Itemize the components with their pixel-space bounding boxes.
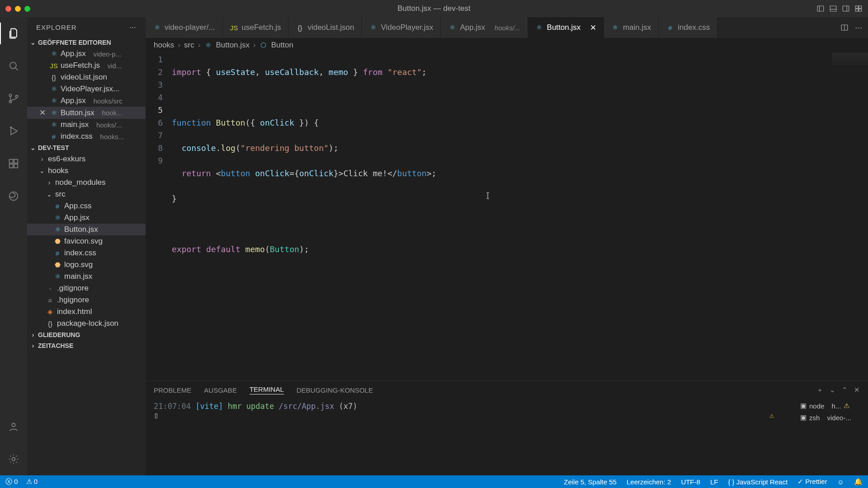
layout-sidebar-right-icon[interactable] — [842, 5, 850, 13]
extensions-icon — [7, 157, 20, 170]
chevron-down-icon: ⌄ — [30, 144, 36, 151]
activity-search[interactable] — [3, 55, 24, 77]
tree-folder[interactable]: ›es6-exkurs — [27, 153, 146, 165]
status-lang[interactable]: { } JavaScript React — [728, 478, 788, 486]
split-editor-icon[interactable] — [840, 23, 849, 32]
open-editor-item-active[interactable]: ✕⚛Button.jsx hook... — [27, 107, 146, 119]
editor-tab[interactable]: ⚛video-player/... — [146, 17, 223, 38]
svg-rect-18 — [9, 164, 13, 168]
terminal-item[interactable]: ▣ node h... ⚠ — [800, 402, 863, 410]
status-prettier[interactable]: ✓ Prettier — [797, 478, 827, 486]
more-actions-icon[interactable]: ⋯ — [855, 23, 863, 33]
editor-tab[interactable]: ⚛main.jsx — [604, 17, 659, 38]
activity-account[interactable] — [3, 416, 24, 437]
layout-sidebar-icon[interactable] — [816, 5, 825, 13]
open-editors-label: GEÖFFNETE EDITOREN — [38, 39, 111, 46]
open-editor-item[interactable]: {}videoList.json — [27, 71, 146, 83]
status-warnings[interactable]: ⚠ 0 — [26, 478, 38, 486]
activity-explorer[interactable] — [3, 23, 24, 44]
new-terminal-icon[interactable]: ＋ — [816, 386, 823, 394]
editor-area: ⚛video-player/... JSuseFetch.js {}videoL… — [146, 17, 868, 475]
status-eol[interactable]: LF — [710, 478, 718, 486]
editor-tab-active[interactable]: ⚛Button.jsx ✕ — [528, 17, 604, 38]
close-window-button[interactable] — [5, 6, 11, 12]
editor-tab[interactable]: #index.css — [659, 17, 717, 38]
outline-label: GLIEDERUNG — [38, 331, 80, 338]
status-cursor[interactable]: Zeile 5, Spalte 55 — [564, 478, 617, 486]
activity-settings[interactable] — [3, 448, 24, 470]
panel-tab-output[interactable]: AUSGABE — [204, 386, 237, 394]
activity-scm[interactable] — [3, 88, 24, 109]
window-controls — [5, 6, 30, 12]
search-icon — [7, 60, 20, 72]
panel-tabs: PROBLEME AUSGABE TERMINAL DEBUGGING-KONS… — [146, 381, 868, 399]
svg-rect-4 — [843, 6, 849, 11]
panel-tab-debug[interactable]: DEBUGGING-KONSOLE — [297, 386, 373, 394]
workspace-header[interactable]: ⌄ DEV-TEST — [27, 142, 146, 153]
editor-tab[interactable]: ⚛VideoPlayer.jsx — [362, 17, 441, 38]
tree-file[interactable]: ⬣logo.svg — [27, 259, 146, 271]
panel-tab-terminal[interactable]: TERMINAL — [250, 385, 284, 394]
tree-file[interactable]: #App.css — [27, 200, 146, 212]
close-panel-icon[interactable]: ✕ — [854, 386, 860, 394]
maximize-panel-icon[interactable]: ⌃ — [842, 386, 848, 394]
tree-file-active[interactable]: ⚛Button.jsx — [27, 224, 146, 235]
maximize-window-button[interactable] — [24, 6, 30, 12]
tree-file[interactable]: ◦.gitignore — [27, 282, 146, 294]
statusbar: ⓧ 0 ⚠ 0 Zeile 5, Spalte 55 Leerzeichen: … — [0, 475, 868, 488]
svg-rect-2 — [830, 6, 836, 11]
outline-header[interactable]: › GLIEDERUNG — [27, 329, 146, 340]
close-tab-icon[interactable]: ✕ — [590, 23, 596, 33]
chevron-down-icon: ⌄ — [46, 191, 52, 198]
layout-customize-icon[interactable] — [854, 5, 863, 13]
terminal-dropdown-icon[interactable]: ⌄ — [830, 386, 835, 394]
open-editor-item[interactable]: ⚛main.jsx hooks/... — [27, 119, 146, 131]
editor-tab[interactable]: JSuseFetch.js — [223, 17, 289, 38]
branch-icon — [7, 92, 20, 105]
tree-file[interactable]: ≡.hgignore — [27, 294, 146, 306]
tree-folder[interactable]: ⌄hooks — [27, 165, 146, 177]
open-editors-header[interactable]: ⌄ GEÖFFNETE EDITOREN — [27, 37, 146, 48]
tree-file[interactable]: ⚛main.jsx — [27, 271, 146, 282]
status-feedback-icon[interactable]: ☺ — [837, 478, 844, 486]
tree-file[interactable]: ⬣favicon.svg — [27, 235, 146, 247]
open-editor-item[interactable]: ⚛VideoPlayer.jsx... — [27, 83, 146, 95]
minimize-window-button[interactable] — [15, 6, 21, 12]
minimap[interactable] — [832, 52, 868, 65]
terminal-item[interactable]: ▣ zsh video-... — [800, 413, 863, 422]
terminal-icon: ▣ — [800, 413, 807, 422]
code-lines[interactable]: import { useState, useCallback, memo } f… — [172, 52, 868, 380]
tree-folder[interactable]: ›node_modules — [27, 177, 146, 188]
tree-file[interactable]: ◈index.html — [27, 306, 146, 318]
activity-edge[interactable] — [3, 185, 24, 207]
status-encoding[interactable]: UTF-8 — [681, 478, 700, 486]
tree-file[interactable]: #index.css — [27, 247, 146, 259]
layout-panel-icon[interactable] — [829, 5, 837, 13]
breadcrumbs[interactable]: hooks› src› ⚛Button.jsx› ⬡Button — [146, 38, 868, 52]
open-editor-item[interactable]: ⚛App.jsx video-p... — [27, 48, 146, 60]
editor-tab[interactable]: ⚛App.jsx hooks/... — [441, 17, 528, 38]
code-editor[interactable]: 1 2 3 4 5 6 7 8 9 import { useState, use… — [146, 52, 868, 380]
edge-icon — [7, 190, 20, 202]
tree-file[interactable]: ⚛App.jsx — [27, 212, 146, 224]
open-editor-item[interactable]: #index.css hooks... — [27, 131, 146, 142]
tree-file[interactable]: {}package-lock.json — [27, 318, 146, 329]
activity-extensions[interactable] — [3, 153, 24, 174]
open-editor-item[interactable]: ⚛App.jsx hooks/src — [27, 95, 146, 107]
panel-tab-problems[interactable]: PROBLEME — [154, 386, 191, 394]
svg-marker-15 — [11, 127, 17, 135]
status-errors[interactable]: ⓧ 0 — [5, 478, 18, 486]
tree-folder[interactable]: ⌄src — [27, 188, 146, 200]
editor-tab[interactable]: {}videoList.json — [288, 17, 362, 38]
status-bell-icon[interactable]: 🔔 — [854, 478, 863, 486]
terminal-output[interactable]: 21:07:04 [vite] hmr update /src/App.jsx … — [146, 399, 796, 475]
status-spaces[interactable]: Leerzeichen: 2 — [627, 478, 671, 486]
activity-debug[interactable] — [3, 120, 24, 142]
open-editor-item[interactable]: JSuseFetch.js vid... — [27, 60, 146, 71]
sidebar-more-icon[interactable]: ⋯ — [129, 23, 137, 31]
timeline-header[interactable]: › ZEITACHSE — [27, 340, 146, 351]
main-area: EXPLORER ⋯ ⌄ GEÖFFNETE EDITOREN ⚛App.jsx… — [0, 17, 868, 475]
activity-bar — [0, 17, 27, 475]
close-icon[interactable]: ✕ — [38, 108, 47, 117]
titlebar: Button.jsx — dev-test — [0, 0, 868, 17]
